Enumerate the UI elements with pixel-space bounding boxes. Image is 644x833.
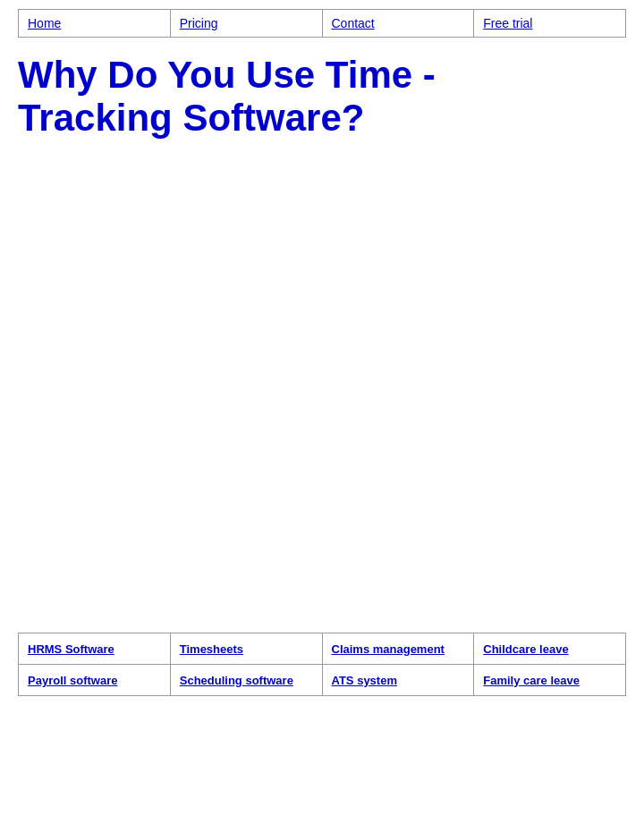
nav-cell-contact: Contact [322,10,474,38]
nav-cell-pricing: Pricing [170,10,322,38]
footer-cell-claims: Claims management [322,633,474,664]
nav-table: Home Pricing Contact Free trial [18,9,626,38]
heading-line2: Tracking Software? [18,97,364,139]
nav-link-freetrial[interactable]: Free trial [483,16,532,30]
footer-table: HRMS Software Timesheets Claims manageme… [18,633,626,696]
footer-link-scheduling[interactable]: Scheduling software [180,674,293,687]
footer-cell-scheduling: Scheduling software [170,664,322,695]
footer-cell-childcare: Childcare leave [474,633,626,664]
footer-cell-timesheets: Timesheets [170,633,322,664]
footer-row-2: Payroll software Scheduling software ATS… [19,664,626,695]
footer-link-childcare[interactable]: Childcare leave [483,642,568,656]
nav-row: Home Pricing Contact Free trial [19,10,626,38]
nav-link-contact[interactable]: Contact [332,16,375,30]
footer-cell-familycare: Family care leave [474,664,626,695]
footer-cell-payroll: Payroll software [19,664,171,695]
footer-link-hrms[interactable]: HRMS Software [28,642,114,656]
footer-link-payroll[interactable]: Payroll software [28,674,117,687]
footer-row-1: HRMS Software Timesheets Claims manageme… [19,633,626,664]
nav-link-pricing[interactable]: Pricing [180,16,218,30]
footer-cell-ats: ATS system [322,664,474,695]
footer-link-claims[interactable]: Claims management [332,642,445,656]
nav-link-home[interactable]: Home [28,16,61,30]
nav-cell-freetrial: Free trial [474,10,626,38]
nav-cell-home: Home [19,10,171,38]
footer-cell-hrms: HRMS Software [19,633,171,664]
heading-line1: Why Do You Use Time - [18,54,436,96]
page-wrapper: Home Pricing Contact Free trial Why Do Y… [18,0,626,696]
footer-link-familycare[interactable]: Family care leave [483,674,580,687]
content-area [18,149,626,624]
footer-link-timesheets[interactable]: Timesheets [180,642,243,656]
footer-link-ats[interactable]: ATS system [332,674,397,687]
main-heading: Why Do You Use Time - Tracking Software? [18,54,626,140]
